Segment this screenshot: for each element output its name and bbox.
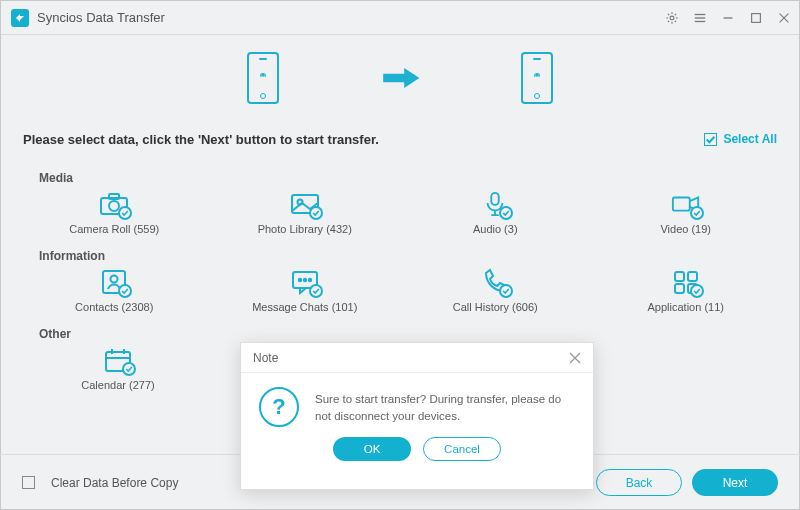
section-header-information: Information <box>39 235 761 269</box>
item-label: Contacts (2308) <box>75 301 153 313</box>
checkmark-icon <box>704 133 717 146</box>
device-row <box>1 35 799 121</box>
photo-icon <box>290 191 320 217</box>
item-label: Call History (606) <box>453 301 538 313</box>
svg-point-23 <box>304 279 306 281</box>
item-label: Photo Library (432) <box>258 223 352 235</box>
svg-rect-17 <box>492 193 499 205</box>
item-camera-roll[interactable]: Camera Roll (559) <box>39 191 190 235</box>
select-all-label: Select All <box>723 132 777 146</box>
target-device-icon <box>521 52 553 104</box>
transfer-arrow-icon <box>379 64 421 92</box>
svg-point-11 <box>538 75 539 76</box>
item-label: Application (11) <box>648 301 724 313</box>
item-label: Message Chats (101) <box>252 301 357 313</box>
message-icon <box>290 269 320 295</box>
svg-rect-26 <box>688 272 697 281</box>
calendar-icon <box>103 347 133 373</box>
svg-rect-14 <box>109 194 119 199</box>
dialog-cancel-button[interactable]: Cancel <box>423 437 501 461</box>
confirm-dialog: Note ? Sure to start transfer? During tr… <box>240 342 594 490</box>
svg-point-0 <box>670 16 674 20</box>
item-video[interactable]: Video (19) <box>611 191 762 235</box>
item-label: Audio (3) <box>473 223 518 235</box>
svg-rect-25 <box>675 272 684 281</box>
contacts-icon <box>99 269 129 295</box>
item-call-history[interactable]: Call History (606) <box>420 269 571 313</box>
apps-icon <box>671 269 701 295</box>
dialog-close-icon[interactable] <box>569 352 581 364</box>
item-label: Calendar (277) <box>81 379 154 391</box>
item-label: Camera Roll (559) <box>69 223 159 235</box>
camera-icon <box>99 191 129 217</box>
menu-icon[interactable] <box>693 11 707 25</box>
item-contacts[interactable]: Contacts (2308) <box>39 269 190 313</box>
dialog-ok-button[interactable]: OK <box>333 437 411 461</box>
dialog-message: Sure to start transfer? During transfer,… <box>315 387 575 427</box>
close-icon[interactable] <box>777 11 791 25</box>
source-device-icon <box>247 52 279 104</box>
video-icon <box>671 191 701 217</box>
title-bar: Syncios Data Transfer <box>1 1 799 35</box>
svg-point-24 <box>309 279 311 281</box>
microphone-icon <box>480 191 510 217</box>
item-audio[interactable]: Audio (3) <box>420 191 571 235</box>
phone-icon <box>480 269 510 295</box>
app-logo-icon <box>11 9 29 27</box>
item-message-chats[interactable]: Message Chats (101) <box>230 269 381 313</box>
item-calendar[interactable]: Calendar (277) <box>39 347 197 391</box>
svg-rect-5 <box>752 13 761 22</box>
instruction-text: Please select data, click the 'Next' but… <box>23 132 704 147</box>
svg-point-22 <box>299 279 301 281</box>
app-title: Syncios Data Transfer <box>37 10 665 25</box>
question-icon: ? <box>259 387 299 427</box>
back-button[interactable]: Back <box>596 469 682 496</box>
svg-rect-18 <box>673 197 690 210</box>
dialog-title: Note <box>253 351 569 365</box>
minimize-icon[interactable] <box>721 11 735 25</box>
svg-point-9 <box>264 75 265 76</box>
svg-point-10 <box>535 75 536 76</box>
clear-data-checkbox[interactable] <box>22 476 35 489</box>
select-all-checkbox[interactable]: Select All <box>704 132 777 146</box>
svg-rect-27 <box>675 284 684 293</box>
svg-point-20 <box>111 276 118 283</box>
item-photo-library[interactable]: Photo Library (432) <box>230 191 381 235</box>
settings-icon[interactable] <box>665 11 679 25</box>
section-header-media: Media <box>39 157 761 191</box>
item-label: Video (19) <box>660 223 711 235</box>
maximize-icon[interactable] <box>749 11 763 25</box>
item-application[interactable]: Application (11) <box>611 269 762 313</box>
next-button[interactable]: Next <box>692 469 778 496</box>
svg-point-8 <box>261 75 262 76</box>
